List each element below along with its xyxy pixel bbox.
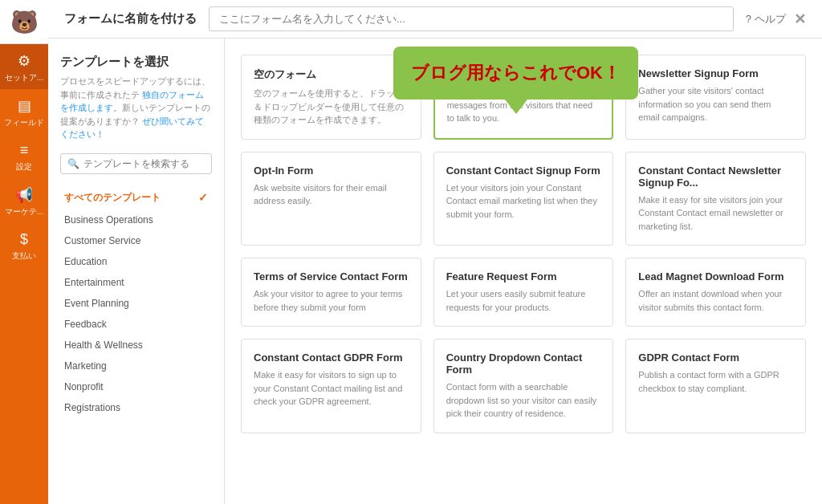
template-card-title: 空のフォーム (254, 67, 409, 82)
template-card[interactable]: GDPR Contact FormPublish a contact form … (625, 339, 806, 433)
content-area: テンプレートを選択 プロセスをスピードアップするには、事前に作成されたテ 独自の… (48, 39, 822, 504)
topbar-right: ? ヘルプ ✕ (746, 10, 806, 28)
template-card[interactable]: Constant Contact Signup FormLet your vis… (433, 152, 614, 246)
page-title: フォームに名前を付ける (64, 11, 197, 26)
template-card-title: Feature Request Form (446, 270, 601, 282)
template-card-desc: 空のフォームを使用すると、ドラッグ＆ドロップビルダーを使用して任意の種類のフォー… (254, 87, 409, 127)
search-box: 🔍 (60, 153, 212, 174)
callout-text: ブログ用ならこれでOK！ (411, 63, 621, 83)
section-title: テンプレートを選択 (60, 55, 212, 70)
sidebar-item-label: 支払い (12, 251, 36, 261)
template-card-desc: Contact form with a searchable dropdown … (446, 380, 601, 421)
help-circle-icon: ? (746, 13, 751, 25)
category-item[interactable]: Feedback (60, 314, 212, 335)
template-card-title: Constant Contact GDPR Form (254, 352, 409, 364)
template-card-title: GDPR Contact Form (638, 352, 793, 364)
payments-icon: $ (20, 231, 28, 248)
category-item[interactable]: Registrations (60, 397, 212, 418)
template-card-desc: Offer an instant download when your visi… (638, 287, 793, 314)
template-card-title: Terms of Service Contact Form (254, 270, 409, 282)
categories-list: すべてのテンプレート✓Business OperationsCustomer S… (60, 186, 212, 418)
template-card-title: Newsletter Signup Form (638, 67, 793, 79)
sidebar-item-payments[interactable]: $ 支払い (0, 223, 48, 267)
template-card[interactable]: Country Dropdown Contact FormContact for… (433, 339, 614, 433)
template-card-desc: Ask your visitor to agree to your terms … (254, 287, 409, 314)
sidebar-item-label: 設定 (16, 162, 32, 172)
fields-icon: ▤ (18, 97, 31, 115)
template-card-desc: Gather your site visitors' contact infor… (638, 84, 793, 124)
template-card-title: Constant Contact Newsletter Signup Fo... (638, 165, 793, 189)
marketing-icon: 📢 (15, 186, 33, 204)
topbar: フォームに名前を付ける ? ヘルプ ✕ (48, 0, 822, 39)
left-panel: テンプレートを選択 プロセスをスピードアップするには、事前に作成されたテ 独自の… (48, 39, 225, 504)
right-panel: ブログ用ならこれでOK！ 空のフォーム空のフォームを使用すると、ドラッグ＆ドロッ… (225, 39, 822, 504)
category-item[interactable]: Entertainment (60, 272, 212, 293)
template-card-desc: Ask website visitors for their email add… (254, 181, 409, 208)
callout-bubble: ブログ用ならこれでOK！ (393, 47, 638, 100)
sidebar-item-marketing[interactable]: 📢 マーケテ... (0, 178, 48, 223)
sidebar-logo: 🐻 (0, 0, 48, 44)
sidebar-item-setup[interactable]: ⚙ セットア... (0, 44, 48, 89)
help-button[interactable]: ? ヘルプ (746, 12, 786, 26)
category-item[interactable]: Marketing (60, 356, 212, 376)
form-name-input[interactable] (209, 6, 734, 31)
sidebar-item-settings[interactable]: ≡ 設定 (0, 134, 48, 178)
template-card-title: Lead Magnet Download Form (638, 270, 793, 282)
help-label: ヘルプ (755, 12, 786, 26)
template-search-input[interactable] (83, 158, 205, 169)
sidebar: 🐻 ⚙ セットア... ▤ フィールド ≡ 設定 📢 マーケテ... $ 支払い (0, 0, 48, 504)
template-card[interactable]: Constant Contact Newsletter Signup Fo...… (625, 152, 806, 246)
template-card-desc: Let your users easily submit feature req… (446, 287, 601, 314)
template-card-desc: Publish a contact form with a GDPR check… (638, 368, 793, 395)
bear-icon: 🐻 (10, 9, 39, 35)
sidebar-item-label: セットア... (5, 73, 43, 83)
category-item[interactable]: Business Operations (60, 209, 212, 230)
template-card-title: Opt-In Form (254, 165, 409, 177)
section-desc: プロセスをスピードアップするには、事前に作成されたテ 独自のフォームを作成します… (60, 75, 212, 141)
template-card-desc: Make it easy for site visitors join your… (638, 193, 793, 234)
category-item[interactable]: Health & Wellness (60, 335, 212, 356)
settings-icon: ≡ (20, 142, 29, 159)
template-card-desc: Let your visitors join your Constant Con… (446, 181, 601, 222)
category-item[interactable]: Customer Service (60, 230, 212, 251)
template-card-desc: Make it easy for visitors to sign up to … (254, 368, 409, 408)
gear-icon: ⚙ (18, 52, 31, 70)
category-item[interactable]: Nonprofit (60, 376, 212, 397)
suggestion-link[interactable]: ぜひ聞いてみてください！ (60, 116, 204, 140)
check-icon: ✓ (198, 191, 208, 204)
template-card[interactable]: Opt-In FormAsk website visitors for thei… (241, 152, 421, 246)
category-item[interactable]: Education (60, 251, 212, 272)
template-card[interactable]: Constant Contact GDPR FormMake it easy f… (241, 339, 421, 433)
sidebar-item-label: マーケテ... (5, 207, 43, 217)
template-card[interactable]: Lead Magnet Download FormOffer an instan… (625, 258, 806, 327)
search-icon: 🔍 (67, 158, 79, 169)
close-button[interactable]: ✕ (794, 10, 806, 28)
template-card-title: Constant Contact Signup Form (446, 165, 601, 177)
sidebar-item-fields[interactable]: ▤ フィールド (0, 89, 48, 134)
category-item[interactable]: すべてのテンプレート✓ (60, 186, 212, 209)
template-card[interactable]: Newsletter Signup FormGather your site v… (625, 55, 806, 140)
main-area: フォームに名前を付ける ? ヘルプ ✕ テンプレートを選択 プロセスをスピードア… (48, 0, 822, 504)
category-item[interactable]: Event Planning (60, 293, 212, 314)
template-card-title: Country Dropdown Contact Form (446, 352, 601, 376)
template-card[interactable]: Feature Request FormLet your users easil… (433, 258, 614, 327)
template-card[interactable]: Terms of Service Contact FormAsk your vi… (241, 258, 421, 327)
sidebar-item-label: フィールド (4, 118, 44, 128)
callout-container: ブログ用ならこれでOK！ (393, 47, 638, 100)
